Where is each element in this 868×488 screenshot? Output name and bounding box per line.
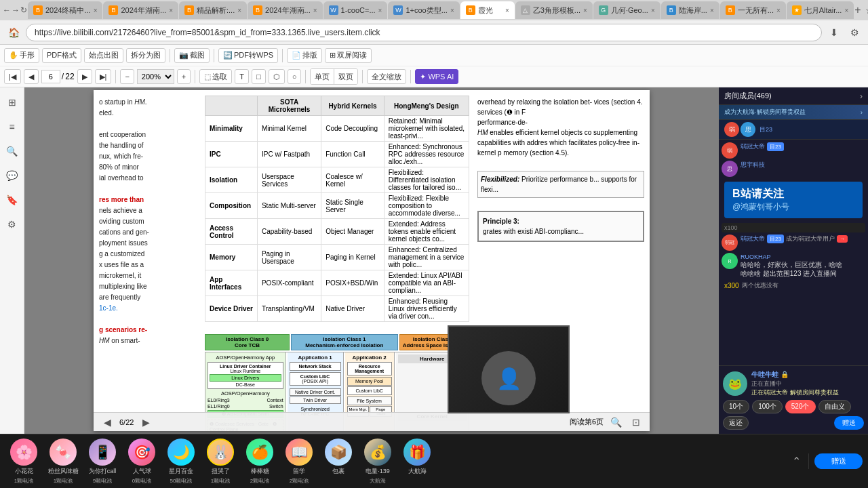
tab-10[interactable]: B 一无所有... × bbox=[720, 1, 786, 19]
chat-msg-2: 弱冠 弱冠大帝 目23 成为弱冠大帝用户 → bbox=[722, 235, 865, 251]
single-page-btn[interactable]: 单页 bbox=[311, 69, 334, 84]
zoom-in-btn[interactable]: + bbox=[177, 69, 191, 84]
gift-sender-status: 正在直播中 bbox=[751, 380, 839, 388]
double-page-btn[interactable]: 双页 bbox=[334, 69, 357, 84]
send-gift-btn[interactable]: 赠送 bbox=[834, 416, 864, 430]
zoom-select[interactable]: 200%150%100%75% bbox=[137, 69, 174, 84]
custom-libc-2-box: Custom LibC bbox=[347, 386, 392, 395]
coin-520-btn[interactable]: 520个 bbox=[785, 400, 816, 413]
browser-settings-icon[interactable]: ⚙ bbox=[846, 24, 863, 41]
tab-7-close[interactable]: × bbox=[583, 7, 587, 14]
fit-width-btn[interactable]: 全文缩放 bbox=[367, 69, 406, 84]
subscribe-banner[interactable]: 成为大航海·解锁房间尊贵权益 › bbox=[719, 105, 868, 120]
coin-100-btn[interactable]: 100个 bbox=[752, 400, 783, 413]
pdf-to-wps-btn[interactable]: 🔄 PDF转WPS bbox=[218, 48, 278, 63]
tab-7-favicon: △ bbox=[521, 5, 530, 15]
coin-back-btn[interactable]: 返还 bbox=[723, 416, 749, 430]
tab-6-close[interactable]: × bbox=[505, 7, 509, 14]
hand-tool-btn[interactable]: ✋ 手形 bbox=[4, 48, 39, 63]
sidebar-comment-icon[interactable]: 💬 bbox=[3, 166, 22, 185]
gift-item-4[interactable]: 🌙 星月百金 50颗电池 bbox=[163, 439, 199, 485]
tab-8[interactable]: G 几何·Geo... × bbox=[593, 1, 660, 19]
gift-item-5[interactable]: 🐰 扭哭了 1颗电池 bbox=[202, 439, 239, 485]
pdf-zoom-icon[interactable]: 🔍 bbox=[608, 414, 624, 430]
sep3 bbox=[282, 49, 283, 62]
tab-11-close[interactable]: × bbox=[844, 7, 848, 14]
sidebar-outline-icon[interactable]: ≡ bbox=[3, 117, 22, 136]
gift-item-7[interactable]: 📖 留学 2颗电池 bbox=[281, 439, 317, 485]
tab-0[interactable]: B 2024终稿中... × bbox=[28, 1, 102, 19]
gift-item-0[interactable]: 🌸 小花花 1颗电池 bbox=[5, 439, 42, 485]
gift-item-6[interactable]: 🍊 棒棒糖 2颗电池 bbox=[241, 439, 278, 485]
pdf-export-btn[interactable]: PDF格式 bbox=[42, 48, 81, 63]
row-2-2: Coalesce w/ Kernel bbox=[321, 167, 384, 193]
rect-tool-btn[interactable]: □ bbox=[252, 69, 266, 84]
tab-1[interactable]: B 2024年湖南... × bbox=[103, 1, 178, 19]
polygon-tool-btn[interactable]: ⬡ bbox=[269, 69, 285, 84]
coin-10-btn[interactable]: 10个 bbox=[723, 400, 749, 413]
sidebar-bookmark-icon[interactable]: 🔖 bbox=[3, 190, 22, 209]
gift-item-9[interactable]: 💰 电量·139 大航海 bbox=[359, 439, 396, 485]
tab-11[interactable]: ★ 七月Altair... × bbox=[787, 1, 854, 19]
send-btn[interactable]: 赠送 bbox=[814, 453, 863, 469]
chat-avatar-0: 弱 bbox=[722, 142, 738, 159]
gift-item-10[interactable]: 🎁 大航海 bbox=[399, 439, 435, 485]
select-tool-btn[interactable]: ⬚ 选取 bbox=[199, 69, 232, 84]
format-btn[interactable]: 📄 排版 bbox=[287, 48, 322, 63]
reload-btn[interactable]: ↻ bbox=[20, 2, 27, 18]
text-tool-btn[interactable]: T bbox=[235, 69, 249, 84]
last-page-btn[interactable]: ▶| bbox=[95, 69, 112, 84]
pdf-fit-icon[interactable]: ⊡ bbox=[628, 414, 644, 430]
first-page-btn[interactable]: |◀ bbox=[4, 69, 21, 84]
tab-6[interactable]: B 霞光 × bbox=[460, 1, 515, 19]
sidebar-thumbnail-icon[interactable]: ⊞ bbox=[3, 93, 22, 112]
tab-4-close[interactable]: × bbox=[378, 7, 382, 14]
tab-5[interactable]: W 1+coo类型... × bbox=[388, 1, 459, 19]
tab-2-close[interactable]: × bbox=[237, 7, 241, 14]
next-page-btn[interactable]: ▶ bbox=[77, 69, 92, 84]
zoom-out-btn[interactable]: − bbox=[120, 69, 134, 84]
tab-0-close[interactable]: × bbox=[94, 7, 98, 14]
circle-tool-btn[interactable]: ○ bbox=[288, 69, 302, 84]
gift-item-2[interactable]: 📱 为你打call 9颗电池 bbox=[84, 439, 121, 485]
page-number-input[interactable] bbox=[41, 70, 60, 83]
tab-9[interactable]: B 陆海岸... × bbox=[661, 1, 719, 19]
tab-2[interactable]: B 精品解析:... × bbox=[179, 1, 247, 19]
sidebar-search-icon[interactable]: 🔍 bbox=[3, 142, 22, 161]
tab-1-close[interactable]: × bbox=[169, 7, 173, 14]
col-header-hybrid: Hybrid Kernels bbox=[321, 96, 384, 116]
tab-9-close[interactable]: × bbox=[710, 7, 714, 14]
gift-item-3[interactable]: 🎯 人气球 0颗电池 bbox=[123, 439, 160, 485]
prev-page-btn[interactable]: ◀ bbox=[24, 69, 39, 84]
table-row: Composition Static Multi-server Static S… bbox=[205, 193, 469, 219]
gift-item-1[interactable]: 🍬 粉丝风味糖 1颗电池 bbox=[45, 439, 81, 485]
coin-custom-btn[interactable]: 自由义 bbox=[818, 400, 851, 413]
home-btn[interactable]: 🏠 bbox=[5, 24, 22, 41]
split-btn[interactable]: 拆分为图 bbox=[126, 48, 165, 63]
bookmark-star-icon[interactable]: ☆ bbox=[862, 2, 868, 18]
tab-8-close[interactable]: × bbox=[651, 7, 655, 14]
forward-btn[interactable]: → bbox=[12, 2, 20, 18]
tab-3-close[interactable]: × bbox=[313, 7, 317, 14]
gift-item-8[interactable]: 📦 包裹 bbox=[320, 439, 357, 485]
output-btn[interactable]: 始点出图 bbox=[84, 48, 123, 63]
dual-screen-btn[interactable]: ⊞ 双屏阅读 bbox=[325, 48, 372, 63]
gift-label-0: 小花花 bbox=[15, 467, 33, 476]
tab-7[interactable]: △ 乙3角形模板... × bbox=[515, 1, 593, 19]
back-btn[interactable]: ← bbox=[3, 2, 11, 18]
screenshot-btn[interactable]: 📷 截图 bbox=[174, 48, 210, 63]
row-6-2: POSIX+BSD/Win bbox=[321, 270, 384, 296]
tab-3[interactable]: B 2024年湖南... × bbox=[248, 1, 322, 19]
ref-link[interactable]: 1c-1e. bbox=[99, 304, 118, 312]
download-icon[interactable]: ⬇ bbox=[826, 24, 842, 41]
more-gifts-btn[interactable]: ⌃ bbox=[788, 448, 804, 475]
pdf-prev-btn[interactable]: ◀ bbox=[99, 414, 115, 430]
sidebar-settings-icon[interactable]: ⚙ bbox=[3, 215, 22, 234]
url-bar[interactable]: https://live.bilibili.com/21726460?live_… bbox=[26, 24, 822, 41]
tab-5-close[interactable]: × bbox=[450, 7, 454, 14]
wps-ai-btn[interactable]: ✦ WPS AI bbox=[415, 69, 458, 84]
tab-4[interactable]: W 1-cooC=... × bbox=[323, 1, 388, 19]
tab-10-close[interactable]: × bbox=[776, 7, 781, 14]
new-tab-btn[interactable]: + bbox=[854, 1, 861, 19]
pdf-next-btn[interactable]: ▶ bbox=[138, 414, 154, 430]
